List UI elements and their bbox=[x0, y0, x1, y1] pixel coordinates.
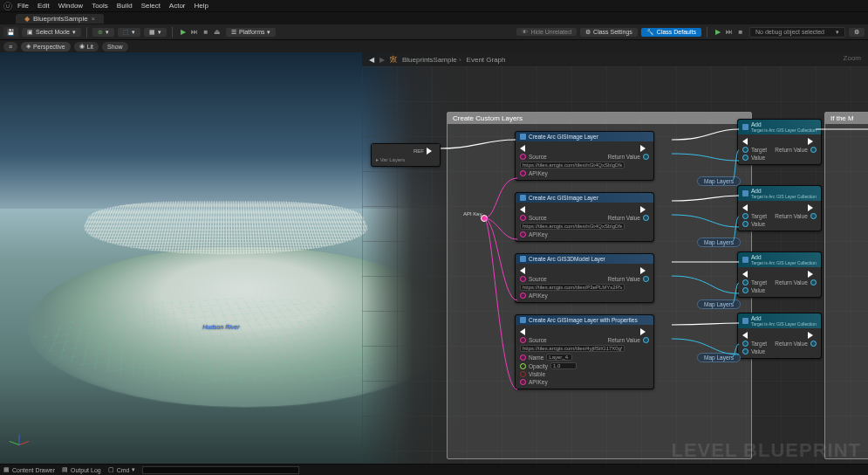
node-header[interactable]: AddTarget is Arc GIS Layer Collection bbox=[738, 252, 821, 267]
return-pin[interactable] bbox=[643, 215, 649, 221]
sim-skip-button[interactable]: ⏭ bbox=[724, 27, 735, 38]
node-header[interactable]: Create Arc GIS3DModel Layer bbox=[516, 254, 653, 264]
menu-edit[interactable]: Edit bbox=[38, 2, 50, 10]
source-pin[interactable] bbox=[520, 276, 526, 282]
exec-in-pin[interactable] bbox=[737, 204, 748, 211]
skip-button[interactable]: ⏭ bbox=[189, 27, 200, 38]
menu-select[interactable]: Select bbox=[141, 2, 161, 10]
bp-node-add-3[interactable]: AddTarget is Arc GIS Layer Collection Ta… bbox=[737, 251, 822, 298]
source-input[interactable] bbox=[520, 284, 625, 291]
target-pin[interactable] bbox=[742, 279, 748, 286]
add-content-button[interactable]: ⊕▾ bbox=[92, 28, 114, 37]
opacity-pin[interactable] bbox=[520, 363, 526, 369]
apikey-pin[interactable] bbox=[520, 379, 526, 385]
sim-play-button[interactable]: ▶ bbox=[713, 27, 723, 38]
menu-window[interactable]: Window bbox=[58, 2, 83, 10]
crumb-graph[interactable]: Event Graph bbox=[467, 56, 506, 64]
exec-out-pin[interactable] bbox=[808, 332, 817, 339]
lit-dropdown[interactable]: ◉ Lit bbox=[74, 42, 99, 52]
exec-in-pin[interactable] bbox=[515, 328, 525, 335]
blueprints-button[interactable]: ⬚▾ bbox=[118, 28, 140, 37]
back-button[interactable]: ◀ bbox=[369, 56, 374, 64]
value-pin[interactable] bbox=[742, 221, 748, 227]
exec-in-pin[interactable] bbox=[737, 271, 748, 278]
source-pin[interactable] bbox=[520, 337, 526, 343]
node-header[interactable]: Create Arc GISImage Layer bbox=[516, 193, 653, 203]
target-pin[interactable] bbox=[742, 341, 748, 347]
return-pin[interactable] bbox=[643, 154, 649, 160]
bp-node-create-image-layer-1[interactable]: Create Arc GISImage Layer Source Return … bbox=[515, 131, 654, 181]
exec-in-pin[interactable] bbox=[515, 267, 525, 274]
tab-blueprints-sample[interactable]: ◆ BlueprintsSample × bbox=[16, 14, 104, 24]
source-input[interactable] bbox=[520, 345, 625, 352]
menu-build[interactable]: Build bbox=[117, 2, 133, 10]
comment-title[interactable]: If the M bbox=[825, 113, 868, 124]
stop-button[interactable]: ■ bbox=[201, 27, 211, 38]
hide-unrelated-toggle[interactable]: 👁 Hide Unrelated bbox=[516, 28, 577, 36]
source-input[interactable] bbox=[520, 223, 625, 230]
bp-node-add-4[interactable]: AddTarget is Arc GIS Layer Collection Ta… bbox=[737, 313, 822, 359]
bp-node-fragment[interactable]: REF ▸ Var Layers bbox=[371, 143, 441, 167]
bp-node-create-image-layer-props[interactable]: Create Arc GISImage Layer with Propertie… bbox=[515, 314, 654, 389]
menu-actor[interactable]: Actor bbox=[169, 2, 186, 10]
exec-out-pin[interactable] bbox=[640, 206, 649, 213]
source-input[interactable] bbox=[520, 162, 625, 169]
exec-out-pin[interactable] bbox=[640, 267, 649, 274]
target-pin[interactable] bbox=[742, 213, 748, 219]
play-button[interactable]: ▶ bbox=[178, 27, 188, 38]
settings-button[interactable]: ⚙ bbox=[849, 28, 865, 37]
show-dropdown[interactable]: Show bbox=[102, 42, 128, 52]
exec-out-pin[interactable] bbox=[808, 271, 817, 278]
node-header[interactable]: AddTarget is Arc GIS Layer Collection bbox=[738, 186, 821, 201]
return-pin[interactable] bbox=[810, 279, 817, 286]
select-mode-dropdown[interactable]: ▣ Select Mode ▾ bbox=[22, 28, 81, 37]
apikey-pin[interactable] bbox=[520, 231, 526, 238]
viewport-menu-button[interactable]: ≡ bbox=[3, 42, 17, 52]
output-log-button[interactable]: ▤ Output Log bbox=[62, 466, 101, 473]
cmd-dropdown[interactable]: ▢ Cmd ▾ bbox=[108, 466, 136, 473]
cinematics-button[interactable]: ▦▾ bbox=[144, 28, 167, 37]
map-layers-button-3[interactable]: Map Layers bbox=[697, 299, 741, 309]
exec-in-pin[interactable] bbox=[737, 332, 748, 339]
platforms-dropdown[interactable]: ☰ Platforms ▾ bbox=[226, 28, 277, 37]
map-layers-button-1[interactable]: Map Layers bbox=[697, 176, 741, 186]
content-drawer-button[interactable]: ▦ Content Drawer bbox=[3, 466, 55, 473]
crumb-level[interactable]: BlueprintsSample bbox=[402, 56, 461, 64]
class-settings-button[interactable]: ⚙ Class Settings bbox=[580, 28, 638, 37]
bp-node-create-image-layer-2[interactable]: Create Arc GISImage Layer Source Return … bbox=[515, 192, 654, 242]
node-header[interactable]: AddTarget is Arc GIS Layer Collection bbox=[738, 120, 821, 134]
perspective-dropdown[interactable]: ◈ Perspective bbox=[21, 42, 71, 52]
node-header[interactable]: Create Arc GISImage Layer with Propertie… bbox=[516, 315, 653, 325]
value-pin[interactable] bbox=[742, 155, 748, 161]
return-pin[interactable] bbox=[810, 341, 817, 347]
exec-in-pin[interactable] bbox=[515, 145, 525, 152]
exec-out-pin[interactable] bbox=[427, 148, 435, 155]
exec-in-pin[interactable] bbox=[515, 206, 525, 213]
bp-node-add-1[interactable]: AddTarget is Arc GIS Layer Collection Ta… bbox=[737, 119, 822, 165]
save-button[interactable]: 💾 bbox=[3, 27, 18, 38]
exec-out-pin[interactable] bbox=[808, 138, 817, 145]
apikey-pin[interactable] bbox=[520, 170, 526, 176]
name-pin[interactable] bbox=[520, 355, 526, 361]
bp-node-add-2[interactable]: AddTarget is Arc GIS Layer Collection Ta… bbox=[737, 185, 822, 231]
menu-help[interactable]: Help bbox=[195, 2, 208, 10]
source-pin[interactable] bbox=[520, 215, 526, 221]
close-icon[interactable]: × bbox=[92, 16, 95, 22]
comment-if-map[interactable]: If the M bbox=[824, 112, 868, 459]
menu-file[interactable]: File bbox=[17, 2, 29, 10]
debug-object-dropdown[interactable]: No debug object selected ▾ bbox=[749, 27, 845, 38]
source-pin[interactable] bbox=[520, 154, 526, 160]
apikey-pin[interactable] bbox=[520, 293, 526, 299]
map-layers-button-4[interactable]: Map Layers bbox=[697, 353, 741, 362]
node-header[interactable]: Create Arc GISImage Layer bbox=[516, 132, 653, 141]
return-pin[interactable] bbox=[810, 213, 817, 219]
return-pin[interactable] bbox=[643, 337, 649, 343]
class-defaults-button[interactable]: 🔧 Class Defaults bbox=[641, 28, 701, 37]
bp-node-create-3dmodel-layer[interactable]: Create Arc GIS3DModel Layer Source Retur… bbox=[515, 253, 654, 303]
value-pin[interactable] bbox=[742, 348, 748, 355]
map-layers-button-2[interactable]: Map Layers bbox=[697, 238, 741, 247]
comment-title[interactable]: Create Custom Layers bbox=[448, 113, 751, 124]
sim-stop-button[interactable]: ■ bbox=[735, 27, 746, 38]
forward-button[interactable]: ▶ bbox=[379, 56, 385, 64]
eject-button[interactable]: ⏏ bbox=[212, 27, 222, 38]
